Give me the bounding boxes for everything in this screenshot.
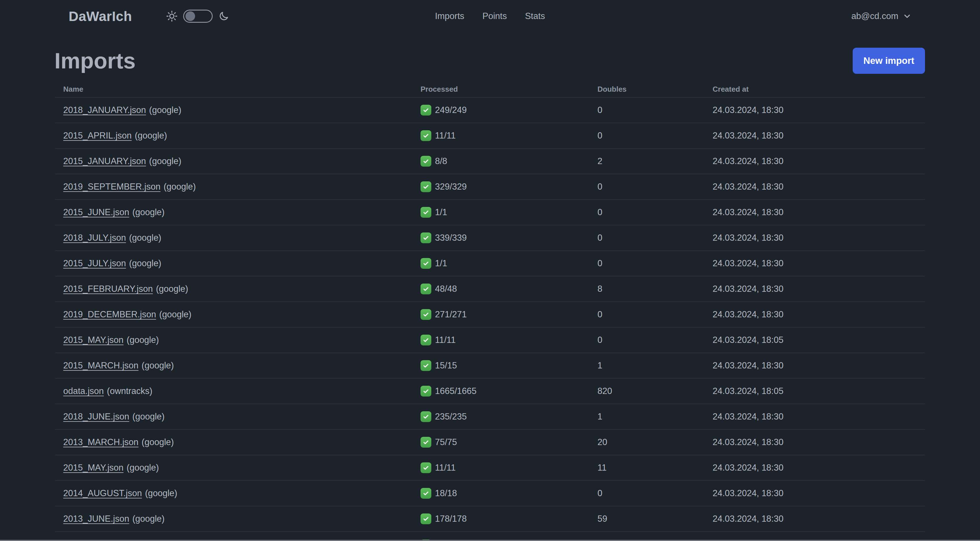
import-file-link[interactable]: 2018_JANUARY.json [63, 105, 146, 115]
nav-link-points[interactable]: Points [482, 11, 507, 21]
created-at: 24.03.2024, 18:30 [713, 276, 925, 302]
doubles-count: 0 [597, 251, 713, 276]
processed-count: 11/11 [435, 131, 456, 141]
processed-count: 8/8 [435, 156, 447, 166]
import-file-link[interactable]: 2019_DECEMBER.json [63, 310, 156, 319]
processed-count: 1665/1665 [435, 386, 477, 396]
import-file-link[interactable]: 2019_SEPTEMBER.json [63, 182, 161, 192]
success-check-icon [420, 105, 431, 115]
doubles-count: 0 [597, 302, 713, 327]
table-row: 2015_MAY.json (google) 11/11 11 24.03.20… [55, 455, 925, 481]
import-source-label: (owntracks) [107, 386, 152, 396]
doubles-count: 0 [597, 97, 713, 123]
nav-link-imports[interactable]: Imports [435, 11, 464, 21]
column-header-name: Name [55, 81, 420, 97]
success-check-icon [420, 335, 431, 345]
created-at: 24.03.2024, 18:30 [713, 251, 925, 276]
processed-count: 18/18 [435, 488, 457, 498]
imports-table: Name Processed Doubles Created at 2018_J… [55, 78, 925, 541]
success-check-icon [420, 284, 431, 294]
import-file-link[interactable]: 2015_JUNE.json [63, 207, 129, 217]
processed-count: 249/249 [435, 105, 467, 115]
success-check-icon [420, 514, 431, 524]
theme-toggle[interactable] [183, 10, 213, 23]
import-file-link[interactable]: 2015_JANUARY.json [63, 156, 146, 166]
user-email: ab@cd.com [851, 11, 898, 21]
import-file-link[interactable]: 2015_FEBRUARY.json [63, 284, 153, 294]
success-check-icon [420, 309, 431, 320]
doubles-count: 0 [597, 225, 713, 251]
processed-count: 271/271 [435, 310, 467, 319]
table-row: odata.json (owntracks) 1665/1665 820 24.… [55, 379, 925, 404]
import-source-label: (google) [135, 131, 167, 141]
doubles-count: 11 [597, 455, 713, 480]
table-row: 2015_MAY.json (google) 11/11 0 24.03.202… [55, 327, 925, 353]
import-file-link[interactable]: odata.json [63, 386, 104, 396]
doubles-count: 0 [597, 481, 713, 506]
created-at: 24.03.2024, 18:30 [713, 404, 925, 429]
created-at: 24.03.2024, 18:30 [713, 353, 925, 378]
import-file-link[interactable]: 2015_MAY.json [63, 335, 124, 345]
created-at: 24.03.2024, 18:30 [713, 481, 925, 506]
import-source-label: (google) [164, 182, 196, 192]
import-source-label: (google) [149, 156, 181, 166]
import-file-link[interactable]: 2015_APRIL.json [63, 131, 132, 141]
table-row: 2013_MARCH.json (google) 75/75 20 24.03.… [55, 430, 925, 455]
processed-count: 1/1 [435, 207, 447, 217]
theme-toggle-knob [185, 11, 195, 21]
import-file-link[interactable]: 2015_MAY.json [63, 463, 124, 473]
moon-icon [218, 11, 229, 22]
created-at: 24.03.2024, 18:30 [713, 225, 925, 251]
nav-link-stats[interactable]: Stats [525, 11, 545, 21]
table-row: 2018_JULY.json (google) 339/339 0 24.03.… [55, 225, 925, 251]
import-source-label: (google) [129, 258, 161, 268]
import-file-link[interactable]: 2013_MARCH.json [63, 437, 138, 447]
page-header: Imports New import [54, 48, 925, 74]
doubles-count: 0 [597, 174, 713, 199]
success-check-icon [420, 181, 431, 192]
success-check-icon [420, 462, 431, 473]
import-file-link[interactable]: 2015_JULY.json [63, 258, 126, 268]
created-at: 24.03.2024, 18:30 [713, 97, 925, 123]
processed-count: 235/235 [435, 412, 467, 422]
navbar: DaWarIch Imports Points Stats ab@cd.com [0, 0, 980, 32]
doubles-count: 20 [597, 430, 713, 455]
table-row: 2018_JUNE.json (google) 235/235 1 24.03.… [55, 404, 925, 430]
import-source-label: (google) [142, 437, 174, 447]
import-file-link[interactable]: 2013_JUNE.json [63, 514, 129, 524]
window-bottom-edge [0, 540, 980, 541]
app-logo[interactable]: DaWarIch [68, 8, 132, 24]
doubles-count: 0 [597, 200, 713, 225]
doubles-count: 820 [597, 379, 713, 404]
doubles-count: 1 [597, 353, 713, 378]
main-nav: Imports Points Stats [435, 11, 545, 21]
import-file-link[interactable]: 2014_AUGUST.json [63, 488, 142, 498]
import-source-label: (google) [127, 335, 159, 345]
import-source-label: (google) [145, 488, 177, 498]
processed-count: 1/1 [435, 258, 447, 268]
processed-count: 339/339 [435, 233, 467, 243]
doubles-count: 0 [597, 123, 713, 148]
table-body: 2018_JANUARY.json (google) 249/249 0 24.… [55, 97, 925, 532]
import-source-label: (google) [132, 207, 165, 217]
import-file-link[interactable]: 2015_MARCH.json [63, 361, 138, 371]
chevron-down-icon [903, 12, 912, 21]
import-file-link[interactable]: 2018_JULY.json [63, 233, 126, 243]
user-menu[interactable]: ab@cd.com [851, 11, 912, 21]
doubles-count: 1 [597, 404, 713, 429]
success-check-icon [420, 437, 431, 448]
created-at: 24.03.2024, 18:30 [713, 149, 925, 174]
sun-icon [166, 11, 178, 22]
success-check-icon [420, 130, 431, 141]
processed-count: 178/178 [435, 514, 467, 524]
table-row: 2013_JUNE.json (google) 178/178 59 24.03… [55, 506, 925, 532]
processed-count: 15/15 [435, 361, 457, 371]
doubles-count: 59 [597, 506, 713, 531]
import-source-label: (google) [142, 361, 174, 371]
new-import-button[interactable]: New import [853, 48, 925, 74]
import-source-label: (google) [129, 233, 161, 243]
created-at: 24.03.2024, 18:05 [713, 327, 925, 353]
import-source-label: (google) [156, 284, 188, 294]
page-title: Imports [54, 48, 135, 74]
import-file-link[interactable]: 2018_JUNE.json [63, 412, 129, 422]
